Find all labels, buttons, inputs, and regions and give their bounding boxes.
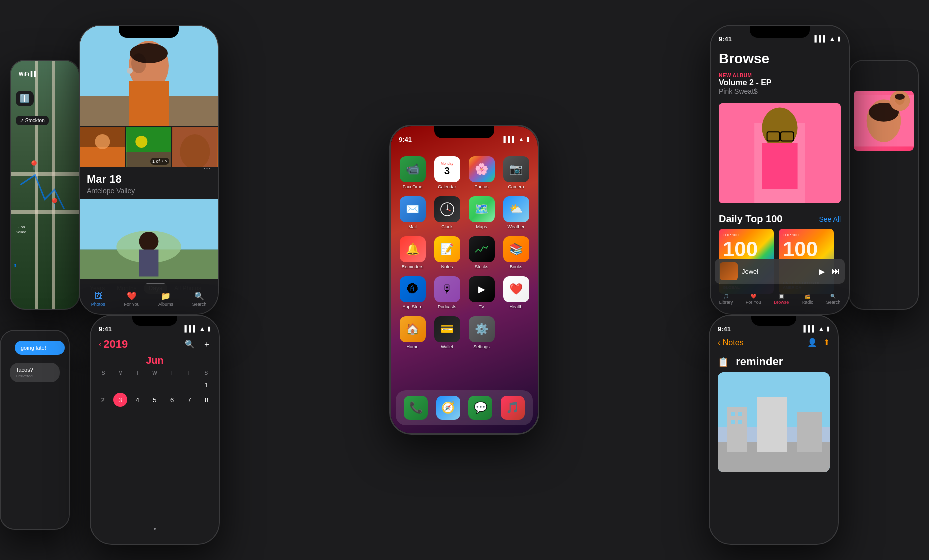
music-status-icons: ▌▌▌ ▲ ▮	[815, 36, 841, 42]
app-calendar[interactable]: Monday 3 Calendar	[434, 156, 461, 190]
svg-rect-27	[762, 144, 798, 190]
albums-tab-icon: 📁	[161, 292, 171, 301]
music-now-playing[interactable]: Jewel ▶ ⏭	[715, 259, 845, 284]
app-reminders[interactable]: 🔔 Reminders	[399, 236, 426, 270]
cal-day-1[interactable]: 1	[200, 378, 214, 392]
status-icons: ▌▌▌ ▲ ▮	[504, 136, 530, 143]
music-tab-library[interactable]: 🎵 Library	[720, 294, 734, 305]
photos-header-image	[80, 26, 218, 126]
cal-wifi-icon: ▲	[200, 326, 206, 332]
cal-back-chevron[interactable]: ‹	[99, 340, 102, 349]
stocks-icon	[469, 236, 495, 262]
notes-back-button[interactable]: ‹ Notes	[718, 338, 744, 348]
app-podcasts[interactable]: 🎙 Podcasts	[434, 276, 461, 310]
cal-day-3[interactable]: 3	[114, 393, 128, 407]
svg-point-26	[762, 108, 798, 148]
cal-dot-area	[91, 528, 219, 530]
tab-photos[interactable]: 🖼 Photos	[92, 292, 106, 307]
app-camera[interactable]: 📷 Camera	[502, 156, 530, 190]
app-home[interactable]: 🏠 Home	[399, 316, 426, 350]
app-mail[interactable]: ✉️ Mail	[399, 196, 426, 230]
mail-icon: ✉️	[400, 196, 426, 222]
now-playing-art	[720, 262, 738, 280]
music-see-all[interactable]: See All	[819, 216, 841, 224]
cal-day-empty-3	[130, 378, 144, 392]
app-photos[interactable]: 🌸 Photos	[468, 156, 496, 190]
app-maps[interactable]: 🗺️ Maps	[468, 196, 496, 230]
app-notes[interactable]: 📝 Notes	[434, 236, 461, 270]
messages-content: going late! Tacos? Delivered	[1, 331, 69, 392]
music-tab-foryou[interactable]: ❤️ For You	[746, 294, 762, 305]
music-battery-icon: ▮	[838, 36, 841, 42]
notes-wifi-icon: ▲	[818, 326, 824, 332]
svg-rect-40	[731, 412, 735, 416]
cal-add-icon[interactable]: ＋	[203, 340, 211, 350]
svg-rect-12	[80, 147, 125, 167]
cal-battery-icon: ▮	[208, 326, 211, 332]
battery-icon: ▮	[526, 136, 530, 143]
tv-icon: ▶	[469, 276, 495, 302]
tab-search[interactable]: 🔍 Search	[192, 292, 207, 307]
music-tab-radio[interactable]: 📻 Radio	[802, 294, 814, 305]
dock-messages[interactable]: 💬	[468, 396, 492, 420]
notes-notch	[752, 316, 796, 326]
dock-music[interactable]: 🎵	[501, 396, 525, 420]
cal-day-7[interactable]: 7	[182, 393, 196, 407]
music-tab-browse[interactable]: 🔲 Browse	[774, 294, 789, 305]
photos-grid-item-3	[172, 127, 218, 167]
app-clock[interactable]: Clock	[434, 196, 461, 230]
calendar-icon: Monday 3	[434, 156, 460, 182]
app-books[interactable]: 📚 Books	[502, 236, 530, 270]
cal-day-6[interactable]: 6	[166, 393, 180, 407]
music-album-art[interactable]	[719, 104, 841, 204]
cal-day-5[interactable]: 5	[148, 393, 162, 407]
photos-large-image	[80, 199, 218, 279]
music-album-title: Volume 2 - EP	[719, 78, 772, 88]
notes-person-icon[interactable]: 👤	[808, 338, 818, 348]
app-facetime[interactable]: 📹 FaceTime	[399, 156, 426, 190]
dock-phone[interactable]: 📞	[404, 396, 428, 420]
app-stocks[interactable]: Stocks	[468, 236, 496, 270]
music-notch	[750, 26, 810, 38]
forward-icon[interactable]: ⏭	[832, 267, 840, 276]
tab-albums[interactable]: 📁 Albums	[158, 292, 174, 307]
radio-tab-icon: 📻	[805, 294, 810, 299]
svg-rect-41	[738, 412, 742, 416]
photos-notch	[119, 26, 179, 38]
settings-icon: ⚙️	[469, 316, 495, 342]
cal-day-8[interactable]: 8	[200, 393, 214, 407]
cal-search-icon[interactable]: 🔍	[185, 340, 195, 350]
phone-photos: 1 of 7 > ··· Mar 18 Antelope Valley	[79, 25, 219, 315]
music-new-album-label: NEW ALBUM	[719, 73, 841, 78]
app-tv[interactable]: ▶ TV	[468, 276, 496, 310]
wallet-icon: 💳	[434, 316, 460, 342]
app-weather[interactable]: ⛅ Weather	[502, 196, 530, 230]
phone-far-right	[849, 60, 919, 310]
foryou-music-tab-icon: ❤️	[751, 294, 756, 299]
svg-rect-43	[738, 420, 742, 424]
music-tab-search[interactable]: 🔍 Search	[826, 294, 841, 305]
svg-rect-7	[129, 81, 169, 126]
phone-calendar: 9:41 ▌▌▌ ▲ ▮ ‹ 2019 🔍 ＋ Jun S M T W T	[90, 315, 220, 545]
dock-messages-icon: 💬	[468, 396, 492, 420]
wifi-icon: ▲	[518, 136, 524, 143]
partial-person-thumbnail	[890, 91, 910, 111]
notes-status-time: 9:41	[718, 326, 731, 333]
cal-day-2[interactable]: 2	[96, 393, 110, 407]
app-appstore[interactable]: 🅐 App Store	[399, 276, 426, 310]
photos-location: Antelope Valley	[87, 187, 211, 195]
app-settings[interactable]: ⚙️ Settings	[468, 316, 496, 350]
play-icon[interactable]: ▶	[819, 267, 825, 276]
music-status-time: 9:41	[719, 36, 732, 43]
search-tab-icon: 🔍	[194, 292, 204, 301]
dock-safari[interactable]: 🧭	[436, 396, 460, 420]
cal-day-4[interactable]: 4	[130, 393, 144, 407]
phone-map: ℹ️ ↗ Stockton 📍 📍 → on Salida ⬆ I- WiFi …	[10, 60, 80, 310]
notes-share-icon[interactable]: ⬆	[824, 338, 830, 348]
top100-usa-label: TOP 100	[783, 233, 799, 238]
now-playing-title: Jewel	[742, 268, 815, 276]
books-icon: 📚	[504, 236, 530, 262]
app-wallet[interactable]: 💳 Wallet	[434, 316, 461, 350]
app-health[interactable]: ❤️ Health	[502, 276, 530, 310]
tab-for-you[interactable]: ❤️ For You	[124, 292, 140, 307]
